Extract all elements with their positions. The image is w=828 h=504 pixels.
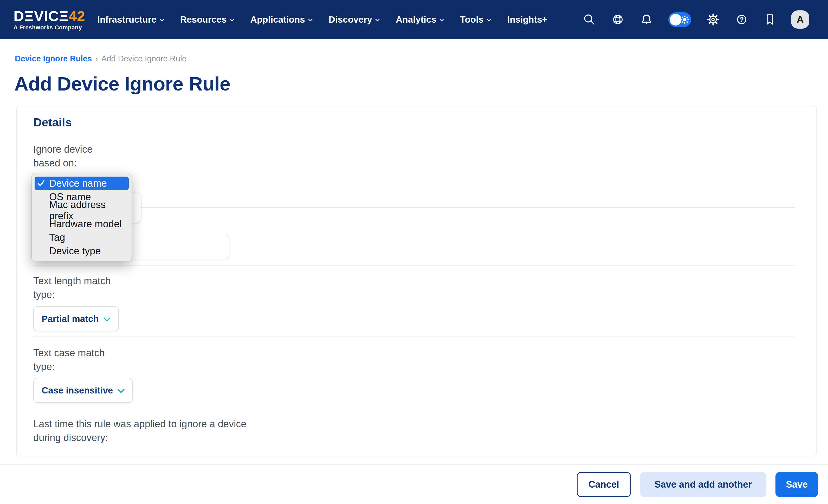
breadcrumb-current: Add Device Ignore Rule <box>101 54 187 64</box>
chevron-down-icon <box>104 317 111 322</box>
dropdown-option-label: Tag <box>49 232 65 243</box>
nav-item-analytics[interactable]: Analytics <box>396 14 444 25</box>
notifications-bell-icon[interactable] <box>640 13 653 26</box>
breadcrumb-separator: › <box>95 54 98 64</box>
chevron-down-icon <box>118 389 125 393</box>
section-divider <box>33 337 795 337</box>
last-applied-label: Last time this rule was applied to ignor… <box>33 417 267 445</box>
save-button[interactable]: Save <box>776 472 818 497</box>
page-title: Add Device Ignore Rule <box>14 72 231 96</box>
nav-item-discovery[interactable]: Discovery <box>329 14 380 25</box>
chevron-down-icon <box>375 19 380 22</box>
nav-item-insights-plus[interactable]: Insights+ <box>507 14 547 25</box>
svg-text:?: ? <box>740 15 744 24</box>
dropdown-option-device-name[interactable]: Device name <box>35 177 129 190</box>
save-and-add-another-button[interactable]: Save and add another <box>640 472 767 497</box>
nav-item-label: Applications <box>250 14 305 25</box>
nav-item-label: Infrastructure <box>97 14 157 25</box>
help-icon[interactable]: ? <box>735 13 748 26</box>
dropdown-option-label: Device name <box>49 178 107 189</box>
search-icon[interactable] <box>582 13 596 26</box>
breadcrumb-link-device-ignore-rules[interactable]: Device Ignore Rules <box>15 54 92 64</box>
dropdown-option-label: Hardware model <box>49 218 122 229</box>
nav-menu: Infrastructure Resources Applications Di… <box>97 14 547 25</box>
logo-tagline: A Freshworks Company <box>13 25 85 31</box>
ignore-based-on-dropdown-popup: Device name OS name Mac address prefix H… <box>32 173 132 261</box>
dropdown-option-device-type[interactable]: Device type <box>35 244 129 258</box>
chevron-down-icon <box>440 19 444 22</box>
settings-gear-icon[interactable] <box>706 13 720 26</box>
nav-item-label: Tools <box>460 14 484 25</box>
nav-item-resources[interactable]: Resources <box>180 14 234 25</box>
checkmark-icon <box>37 179 49 188</box>
section-divider <box>33 207 795 208</box>
globe-icon[interactable] <box>611 13 625 26</box>
chevron-down-icon <box>308 19 313 22</box>
page: DΞVICΞ42 A Freshworks Company Infrastruc… <box>0 0 828 504</box>
text-case-match-value: Case insensitive <box>42 385 113 395</box>
theme-toggle[interactable] <box>668 12 691 27</box>
logo-wordmark: DΞVICΞ42 <box>13 9 85 24</box>
chevron-down-icon <box>160 19 164 22</box>
nav-item-label: Discovery <box>329 14 372 25</box>
chevron-down-icon <box>230 19 234 22</box>
dropdown-option-tag[interactable]: Tag <box>35 231 129 244</box>
nav-item-tools[interactable]: Tools <box>460 14 491 25</box>
dropdown-option-hardware-model[interactable]: Hardware model <box>35 217 129 231</box>
device42-logo[interactable]: DΞVICΞ42 A Freshworks Company <box>13 9 85 31</box>
bookmark-icon[interactable] <box>763 13 776 26</box>
cancel-button[interactable]: Cancel <box>577 472 631 497</box>
text-case-match-label: Text case match type: <box>33 346 117 374</box>
nav-icon-group: ? A <box>582 10 809 29</box>
nav-item-label: Resources <box>180 14 227 25</box>
text-length-match-label: Text length match type: <box>33 274 122 302</box>
ignore-based-on-label: Ignore device based on: <box>33 142 101 170</box>
text-case-match-select[interactable]: Case insensitive <box>33 378 133 403</box>
logo-text: DΞVICΞ <box>13 8 69 24</box>
chevron-down-icon <box>487 19 491 22</box>
nav-item-label: Insights+ <box>507 14 547 25</box>
nav-item-applications[interactable]: Applications <box>250 14 313 25</box>
text-length-match-value: Partial match <box>42 313 99 324</box>
dropdown-option-mac-address-prefix[interactable]: Mac address prefix <box>35 204 129 217</box>
avatar[interactable]: A <box>791 10 809 29</box>
avatar-initial: A <box>796 14 803 25</box>
breadcrumb: Device Ignore Rules › Add Device Ignore … <box>15 54 187 64</box>
section-heading-details: Details <box>33 116 72 129</box>
nav-item-label: Analytics <box>396 14 437 25</box>
text-length-match-select[interactable]: Partial match <box>33 306 119 331</box>
top-nav-bar: DΞVICΞ42 A Freshworks Company Infrastruc… <box>0 0 828 39</box>
footer-action-bar: Cancel Save and add another Save <box>0 464 828 504</box>
section-divider <box>33 265 795 265</box>
details-card: Details Ignore device based on: Text len… <box>16 106 817 456</box>
dropdown-option-label: Device type <box>49 246 101 257</box>
section-divider <box>33 408 795 408</box>
logo-accent-42: 42 <box>69 8 85 24</box>
nav-item-infrastructure[interactable]: Infrastructure <box>97 14 164 25</box>
